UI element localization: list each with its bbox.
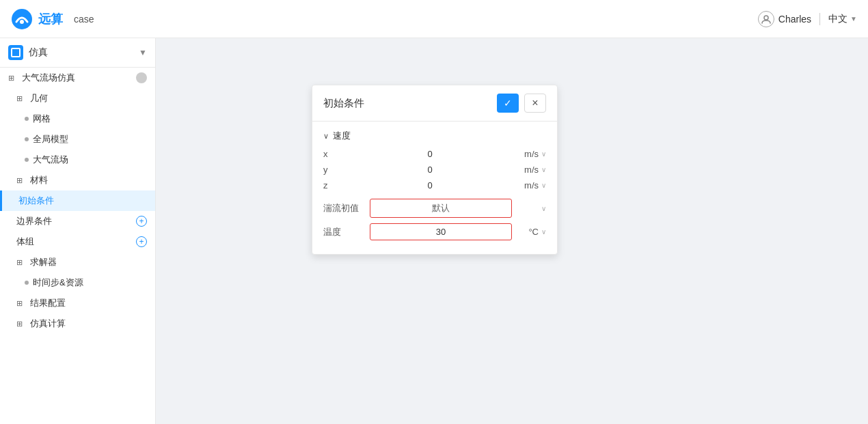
sidebar-item-sim-calc[interactable]: ⊞ 仿真计算 [0, 313, 155, 334]
turbulence-dropdown[interactable]: ∨ [512, 205, 546, 212]
sidebar-item-geometry[interactable]: ⊞ 几何 [0, 88, 155, 109]
speed-x-label: x [323, 149, 348, 159]
panel-actions: ✓ × [497, 94, 546, 113]
sim-icon [8, 45, 23, 60]
expand-icon: ⊞ [16, 258, 26, 267]
lang-label: 中文 [828, 13, 847, 25]
turbulence-label: 湍流初值 [323, 202, 370, 214]
sidebar-item-label: 求解器 [30, 256, 57, 268]
sidebar-item-material[interactable]: ⊞ 材料 [0, 170, 155, 190]
svg-point-0 [12, 9, 32, 29]
speed-y-row: y 0 m/s ∨ [323, 165, 546, 175]
sidebar-header-left: 仿真 [8, 45, 48, 60]
expand-icon: ⊞ [16, 94, 26, 103]
turbulence-value: 默认 [432, 203, 450, 213]
initial-conditions-panel: 初始条件 ✓ × ∨ 速度 x 0 m/s ∨ [312, 85, 558, 255]
sidebar-item-global-model[interactable]: 全局模型 [0, 129, 155, 150]
sidebar-item-mesh[interactable]: 网格 [0, 109, 155, 129]
speed-z-label: z [323, 180, 348, 190]
speed-x-unit: m/s ∨ [512, 149, 546, 159]
sidebar-item-label: 大气流场 [33, 154, 68, 166]
status-badge [136, 72, 147, 83]
turbulence-section: 湍流初值 默认 ∨ 温度 30 [323, 199, 546, 240]
speed-x-row: x 0 m/s ∨ [323, 149, 546, 159]
turbulence-value-field[interactable]: 默认 [370, 199, 512, 218]
temperature-value: 30 [436, 227, 446, 237]
dot-icon [25, 281, 29, 285]
lang-selector[interactable]: 中文 ▼ [828, 13, 857, 25]
logo-icon [11, 8, 33, 30]
speed-y-unit: m/s ∨ [512, 165, 546, 175]
dot-icon [25, 137, 29, 141]
sidebar-item-label: 几何 [30, 92, 48, 104]
lang-chevron-icon: ▼ [850, 15, 857, 23]
temperature-row: 温度 30 °C ∨ [323, 223, 546, 240]
speed-section-header[interactable]: ∨ 速度 [323, 130, 546, 142]
user-area[interactable]: Charles [758, 11, 811, 27]
sidebar-item-label: 边界条件 [16, 215, 52, 227]
sidebar-collapse-button[interactable]: ▼ [139, 48, 147, 57]
sidebar-item-label: 初始条件 [18, 195, 54, 207]
expand-icon: ⊞ [16, 320, 26, 328]
sidebar: 仿真 ▼ ⊞ 大气流场仿真 ⊞ 几何 网格 全局模型 大气流场 ⊞ 材料 [0, 38, 156, 424]
turbulence-row: 湍流初值 默认 ∨ [323, 199, 546, 218]
panel-title: 初始条件 [323, 97, 364, 110]
confirm-button[interactable]: ✓ [497, 94, 519, 113]
sidebar-item-atm-field[interactable]: 大气流场 [0, 150, 155, 170]
sidebar-item-label: 仿真计算 [30, 317, 66, 330]
sidebar-item-label: 体组 [16, 236, 34, 248]
add-boundary-icon[interactable]: + [136, 216, 147, 227]
sidebar-item-result-config[interactable]: ⊞ 结果配置 [0, 293, 155, 313]
svg-point-2 [764, 16, 768, 20]
main-layout: 仿真 ▼ ⊞ 大气流场仿真 ⊞ 几何 网格 全局模型 大气流场 ⊞ 材料 [0, 38, 868, 424]
sidebar-item-label: 大气流场仿真 [22, 72, 75, 84]
sidebar-item-label: 材料 [30, 174, 48, 186]
panel-body: ∨ 速度 x 0 m/s ∨ y 0 m/s ∨ z 0 [312, 122, 557, 254]
logo-text: 远算 [38, 11, 63, 27]
sidebar-item-label: 网格 [33, 113, 51, 125]
sidebar-title: 仿真 [29, 46, 48, 59]
app-header: 远算 case Charles 中文 ▼ [0, 0, 868, 38]
sidebar-header: 仿真 ▼ [0, 38, 155, 68]
speed-z-unit: m/s ∨ [512, 180, 546, 190]
speed-x-value: 0 [348, 149, 512, 159]
content-area: 初始条件 ✓ × ∨ 速度 x 0 m/s ∨ [156, 38, 868, 424]
header-divider [819, 13, 820, 25]
temperature-unit: °C [528, 227, 539, 237]
sidebar-item-solver[interactable]: ⊞ 求解器 [0, 252, 155, 272]
speed-section-label: 速度 [333, 130, 351, 142]
case-tag: case [74, 14, 94, 25]
sidebar-item-label: 时间步&资源 [33, 277, 83, 289]
header-right: Charles 中文 ▼ [758, 11, 857, 27]
dot-icon [25, 117, 29, 121]
speed-z-row: z 0 m/s ∨ [323, 180, 546, 190]
speed-z-value: 0 [348, 180, 512, 190]
sidebar-item-body-group[interactable]: 体组 + [0, 231, 155, 252]
temperature-value-field[interactable]: 30 [370, 223, 512, 240]
sidebar-item-initial-cond[interactable]: 初始条件 [0, 190, 155, 211]
panel-header: 初始条件 ✓ × [312, 85, 557, 122]
sidebar-item-time-resource[interactable]: 时间步&资源 [0, 272, 155, 293]
logo-area: 远算 case [11, 8, 94, 30]
close-button[interactable]: × [524, 94, 546, 113]
user-name: Charles [778, 14, 811, 25]
sidebar-item-label: 结果配置 [30, 297, 66, 309]
dot-icon [25, 158, 29, 162]
speed-y-value: 0 [348, 165, 512, 175]
sidebar-item-atm-sim[interactable]: ⊞ 大气流场仿真 [0, 68, 155, 88]
temperature-label: 温度 [323, 226, 370, 238]
temperature-unit-dropdown[interactable]: °C ∨ [512, 227, 546, 237]
expand-icon: ⊞ [16, 176, 26, 185]
sidebar-item-label: 全局模型 [33, 133, 68, 145]
speed-y-label: y [323, 165, 348, 175]
section-chevron-icon: ∨ [323, 132, 329, 141]
svg-point-1 [20, 20, 24, 24]
expand-icon: ⊞ [8, 74, 18, 83]
sim-icon-inner [11, 48, 21, 57]
sidebar-item-boundary-cond[interactable]: 边界条件 + [0, 211, 155, 231]
user-avatar-icon [758, 11, 774, 27]
add-body-group-icon[interactable]: + [136, 236, 147, 247]
expand-icon: ⊞ [16, 299, 26, 308]
